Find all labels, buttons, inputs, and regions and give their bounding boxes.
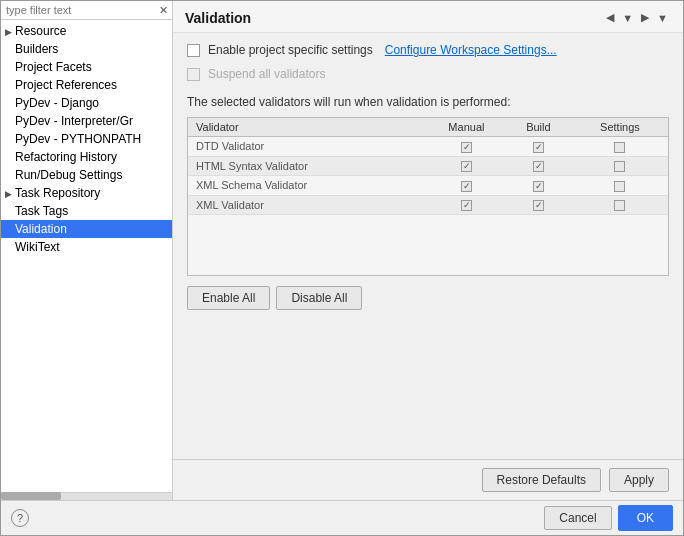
validator-settings-cell[interactable] bbox=[572, 195, 668, 215]
validators-table-wrapper: Validator Manual Build Settings DTD Vali… bbox=[187, 117, 669, 276]
sidebar-item[interactable]: WikiText bbox=[1, 238, 172, 256]
col-header-manual: Manual bbox=[428, 118, 505, 137]
settings-checkbox[interactable] bbox=[614, 200, 625, 211]
table-row: XML Schema Validator bbox=[188, 176, 668, 196]
build-checkbox[interactable] bbox=[533, 142, 544, 153]
settings-checkbox[interactable] bbox=[614, 161, 625, 172]
sidebar-item[interactable]: PyDev - PYTHONPATH bbox=[1, 130, 172, 148]
manual-checkbox[interactable] bbox=[461, 142, 472, 153]
sidebar-item[interactable]: Project References bbox=[1, 76, 172, 94]
table-row: HTML Syntax Validator bbox=[188, 156, 668, 176]
suspend-row: Suspend all validators bbox=[187, 67, 669, 81]
filter-input[interactable] bbox=[1, 1, 155, 19]
validators-table: Validator Manual Build Settings DTD Vali… bbox=[188, 118, 668, 215]
suspend-checkbox[interactable] bbox=[187, 68, 200, 81]
validator-manual-cell[interactable] bbox=[428, 195, 505, 215]
build-checkbox[interactable] bbox=[533, 161, 544, 172]
action-buttons-row: Enable All Disable All bbox=[187, 286, 669, 310]
footer-bar: ? Cancel OK bbox=[1, 500, 683, 535]
build-checkbox[interactable] bbox=[533, 181, 544, 192]
back-button[interactable]: ◀ bbox=[603, 9, 617, 26]
manual-checkbox[interactable] bbox=[461, 181, 472, 192]
enable-checkbox[interactable] bbox=[187, 44, 200, 57]
back-dropdown-button[interactable]: ▼ bbox=[619, 10, 636, 26]
forward-button[interactable]: ▶ bbox=[638, 9, 652, 26]
col-header-settings: Settings bbox=[572, 118, 668, 137]
table-row: XML Validator bbox=[188, 195, 668, 215]
validator-settings-cell[interactable] bbox=[572, 176, 668, 196]
settings-checkbox[interactable] bbox=[614, 142, 625, 153]
cancel-button[interactable]: Cancel bbox=[544, 506, 611, 530]
enable-all-button[interactable]: Enable All bbox=[187, 286, 270, 310]
sidebar-scrollbar-thumb bbox=[1, 492, 61, 500]
disable-all-button[interactable]: Disable All bbox=[276, 286, 362, 310]
panel-body: Enable project specific settings Configu… bbox=[173, 33, 683, 459]
sidebar-item[interactable]: PyDev - Interpreter/Gr bbox=[1, 112, 172, 130]
filter-clear-icon[interactable]: ✕ bbox=[155, 2, 172, 19]
panel-header: Validation ◀ ▼ ▶ ▼ bbox=[173, 1, 683, 33]
col-header-validator: Validator bbox=[188, 118, 428, 137]
sidebar-item[interactable]: Task Tags bbox=[1, 202, 172, 220]
restore-apply-area: Restore Defaults Apply bbox=[173, 459, 683, 500]
validator-name: HTML Syntax Validator bbox=[188, 156, 428, 176]
ok-button[interactable]: OK bbox=[618, 505, 673, 531]
sidebar-item[interactable]: Refactoring History bbox=[1, 148, 172, 166]
sidebar-scrollbar[interactable] bbox=[1, 492, 172, 500]
sidebar-item[interactable]: Builders bbox=[1, 40, 172, 58]
validator-manual-cell[interactable] bbox=[428, 137, 505, 157]
validator-settings-cell[interactable] bbox=[572, 137, 668, 157]
validator-settings-cell[interactable] bbox=[572, 156, 668, 176]
sidebar-item[interactable]: Run/Debug Settings bbox=[1, 166, 172, 184]
sidebar-item[interactable]: Project Facets bbox=[1, 58, 172, 76]
validator-name: XML Validator bbox=[188, 195, 428, 215]
suspend-label: Suspend all validators bbox=[208, 67, 325, 81]
sidebar-item[interactable]: PyDev - Django bbox=[1, 94, 172, 112]
table-row: DTD Validator bbox=[188, 137, 668, 157]
validator-manual-cell[interactable] bbox=[428, 156, 505, 176]
validator-name: XML Schema Validator bbox=[188, 176, 428, 196]
nav-buttons: ◀ ▼ ▶ ▼ bbox=[603, 9, 671, 26]
content-area: ✕ ResourceBuildersProject FacetsProject … bbox=[1, 1, 683, 500]
sidebar: ✕ ResourceBuildersProject FacetsProject … bbox=[1, 1, 173, 500]
enable-label: Enable project specific settings bbox=[208, 43, 373, 57]
settings-checkbox[interactable] bbox=[614, 181, 625, 192]
build-checkbox[interactable] bbox=[533, 200, 544, 211]
manual-checkbox[interactable] bbox=[461, 161, 472, 172]
apply-button[interactable]: Apply bbox=[609, 468, 669, 492]
sidebar-item[interactable]: Validation bbox=[1, 220, 172, 238]
validators-description: The selected validators will run when va… bbox=[187, 95, 669, 109]
validator-name: DTD Validator bbox=[188, 137, 428, 157]
validator-build-cell[interactable] bbox=[505, 137, 572, 157]
dialog: ✕ ResourceBuildersProject FacetsProject … bbox=[1, 1, 683, 535]
col-header-build: Build bbox=[505, 118, 572, 137]
configure-workspace-link[interactable]: Configure Workspace Settings... bbox=[385, 43, 557, 57]
validator-build-cell[interactable] bbox=[505, 195, 572, 215]
sidebar-item[interactable]: Resource bbox=[1, 22, 172, 40]
validator-build-cell[interactable] bbox=[505, 156, 572, 176]
validator-manual-cell[interactable] bbox=[428, 176, 505, 196]
forward-dropdown-button[interactable]: ▼ bbox=[654, 10, 671, 26]
help-button[interactable]: ? bbox=[11, 509, 29, 527]
manual-checkbox[interactable] bbox=[461, 200, 472, 211]
restore-defaults-button[interactable]: Restore Defaults bbox=[482, 468, 601, 492]
main-panel: Validation ◀ ▼ ▶ ▼ Enable project specif… bbox=[173, 1, 683, 500]
validator-build-cell[interactable] bbox=[505, 176, 572, 196]
sidebar-item[interactable]: Task Repository bbox=[1, 184, 172, 202]
sidebar-tree: ResourceBuildersProject FacetsProject Re… bbox=[1, 20, 172, 492]
page-title: Validation bbox=[185, 10, 251, 26]
enable-row: Enable project specific settings Configu… bbox=[187, 43, 669, 57]
empty-table-area bbox=[188, 215, 668, 275]
filter-bar: ✕ bbox=[1, 1, 172, 20]
